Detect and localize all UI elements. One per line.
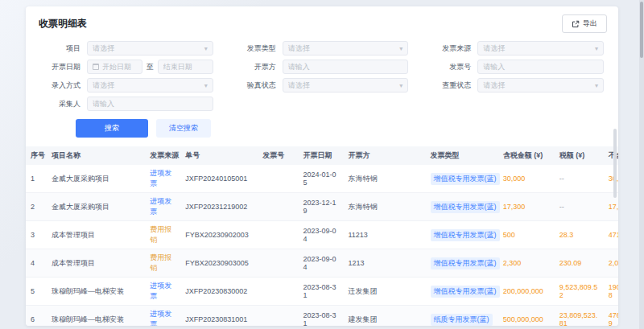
cell-project: 金威大厦采购项目 — [47, 165, 145, 193]
cell-party: 11213 — [343, 221, 425, 249]
chevron-down-icon: ▾ — [595, 82, 598, 89]
browser-scrollbar[interactable] — [640, 2, 643, 58]
cell-order_no: FYBX20230903005 — [180, 249, 258, 278]
cell-tax: 9,523,809.52 — [555, 278, 604, 306]
export-label: 导出 — [583, 19, 597, 29]
cell-amount: 500,000,000 — [498, 306, 555, 327]
invoice-table-wrap: 序号项目名称发票来源单号发票号开票日期开票方发票类型含税金额 (¥)税额 (¥)… — [26, 146, 618, 326]
cell-project: 金威大厦采购项目 — [47, 193, 145, 221]
vertical-scrollbar[interactable] — [613, 129, 617, 198]
cell-type: 增值税专用发票(蓝) — [426, 221, 498, 249]
cell-type: 增值税专用发票(蓝) — [426, 249, 498, 278]
invoice-source-select[interactable]: 请选择 ▾ — [477, 41, 604, 56]
cell-date: 2023-09-04 — [298, 221, 343, 249]
filter-field-invoicing-party: 开票方 请输入 — [234, 60, 409, 74]
invoicing-party-input[interactable]: 请输入 — [283, 60, 409, 74]
input-placeholder: 请输入 — [288, 62, 403, 72]
filter-field-invoice-date: 开票日期 开始日期 至 结束日期 — [39, 60, 213, 74]
filter-panel: 项目 请选择 ▾ 发票类型 请选择 ▾ 发票来源 请选择 ▾ 开票日期 开 — [26, 39, 618, 111]
filter-field-collector: 采集人 请输入 — [39, 97, 213, 111]
field-label: 开票方 — [234, 62, 276, 72]
table-row: 6珠穆朗玛峰—电梯安装进项发票JXFP202308310012023-08-31… — [26, 306, 618, 327]
end-date-input[interactable]: 结束日期 — [158, 60, 213, 74]
invoice-type-select[interactable]: 请选择 ▾ — [283, 41, 409, 56]
invoice-type-tag: 增值税专用发票(蓝) — [431, 286, 500, 298]
invoice-type-tag: 增值税专用发票(蓝) — [431, 173, 500, 185]
invoice-type-tag: 纸质专用发票(蓝) — [431, 314, 493, 326]
table-body: 1金威大厦采购项目进项发票JXFP202401050012024-01-05东海… — [26, 165, 618, 326]
cell-amount: 200,000,000 — [498, 278, 555, 306]
cell-net: 476,190,476.19 — [604, 306, 618, 327]
table-row: 5珠穆朗玛峰—电梯安装进项发票JXFP202308300022023-08-31… — [26, 278, 618, 306]
invoice-detail-card: 收票明细表 导出 项目 请选择 ▾ 发票类型 请选择 ▾ — [26, 6, 618, 326]
filter-field-invoice-number: 发票号 请输入 — [429, 60, 604, 74]
filter-field-invoice-type: 发票类型 请选择 ▾ — [234, 41, 409, 56]
export-button[interactable]: 导出 — [562, 14, 607, 33]
cell-date: 2023-12-19 — [298, 193, 343, 221]
cell-invoice_no — [258, 306, 298, 327]
filter-field-project: 项目 请选择 ▾ — [39, 41, 213, 56]
cell-order_no: FYBX20230902003 — [180, 221, 258, 249]
cell-type: 纸质专用发票(蓝) — [426, 306, 498, 327]
chevron-down-icon: ▾ — [204, 82, 208, 89]
column-header: 单号 — [180, 146, 258, 165]
filter-actions: 搜索 清空搜索 — [26, 111, 618, 145]
field-label: 录入方式 — [39, 80, 80, 91]
input-placeholder: 请输入 — [483, 62, 598, 72]
cell-type: 增值税专用发票(蓝) — [426, 193, 498, 221]
verify-status-select[interactable]: 请选择 ▾ — [283, 78, 409, 93]
calendar-icon — [93, 64, 99, 70]
field-label: 采集人 — [39, 99, 80, 109]
cell-source: 进项发票 — [145, 193, 180, 221]
cell-project: 珠穆朗玛峰—电梯安装 — [47, 306, 145, 327]
field-label: 验真状态 — [234, 80, 276, 91]
table-row: 2金威大厦采购项目进项发票JXFP202312190022023-12-19东海… — [26, 193, 618, 221]
duplicate-status-select[interactable]: 请选择 ▾ — [477, 78, 604, 93]
cell-date: 2023-08-31 — [298, 306, 343, 327]
clear-search-button[interactable]: 清空搜索 — [156, 119, 211, 138]
invoice-type-tag: 增值税专用发票(蓝) — [431, 229, 500, 241]
select-placeholder: 请选择 — [288, 80, 397, 91]
cell-source: 费用报销 — [145, 221, 180, 249]
collector-input[interactable]: 请输入 — [87, 97, 213, 111]
cell-project: 成本管理项目 — [47, 221, 145, 249]
entry-method-select[interactable]: 请选择 ▾ — [87, 78, 213, 93]
page-title: 收票明细表 — [39, 17, 87, 31]
cell-project: 珠穆朗玛峰—电梯安装 — [47, 278, 145, 306]
field-label: 发票类型 — [234, 43, 276, 54]
cell-amount: 2,300 — [498, 249, 555, 278]
cell-amount: 30,000 — [498, 165, 555, 193]
cell-tax: -- — [555, 165, 604, 193]
project-select[interactable]: 请选择 ▾ — [87, 41, 213, 56]
export-icon — [572, 20, 580, 28]
column-header: 发票号 — [258, 146, 298, 165]
chevron-down-icon: ▾ — [399, 82, 402, 89]
cell-amount: 500 — [498, 221, 555, 249]
cell-order_no: JXFP20240105001 — [180, 165, 258, 193]
select-placeholder: 请选择 — [483, 43, 592, 54]
cell-amount: 17,300 — [498, 193, 555, 221]
select-placeholder: 请选择 — [483, 80, 592, 91]
field-label: 发票来源 — [429, 43, 471, 54]
invoice-number-input[interactable]: 请输入 — [477, 60, 604, 74]
field-label: 开票日期 — [39, 62, 80, 72]
column-header: 发票类型 — [426, 146, 498, 165]
start-date-input[interactable]: 开始日期 — [87, 60, 142, 74]
search-button[interactable]: 搜索 — [76, 119, 148, 138]
select-placeholder: 请选择 — [93, 43, 201, 54]
column-header: 序号 — [26, 146, 47, 165]
invoice-source-text: 进项发票 — [150, 197, 171, 216]
cell-source: 进项发票 — [145, 278, 180, 306]
cell-party: 迁发集团 — [343, 278, 425, 306]
table-header-row: 序号项目名称发票来源单号发票号开票日期开票方发票类型含税金额 (¥)税额 (¥)… — [26, 146, 618, 165]
column-header: 开票方 — [343, 146, 425, 165]
input-placeholder: 请输入 — [93, 99, 208, 109]
invoice-table: 序号项目名称发票来源单号发票号开票日期开票方发票类型含税金额 (¥)税额 (¥)… — [26, 146, 618, 326]
cell-type: 增值税专用发票(蓝) — [426, 165, 498, 193]
filter-field-verify-status: 验真状态 请选择 ▾ — [234, 78, 409, 93]
cell-project: 成本管理项目 — [47, 249, 145, 278]
cell-tax: 28.3 — [555, 221, 604, 249]
cell-invoice_no — [258, 278, 298, 306]
filter-field-invoice-source: 发票来源 请选择 ▾ — [429, 41, 604, 56]
column-header: 项目名称 — [47, 146, 145, 165]
